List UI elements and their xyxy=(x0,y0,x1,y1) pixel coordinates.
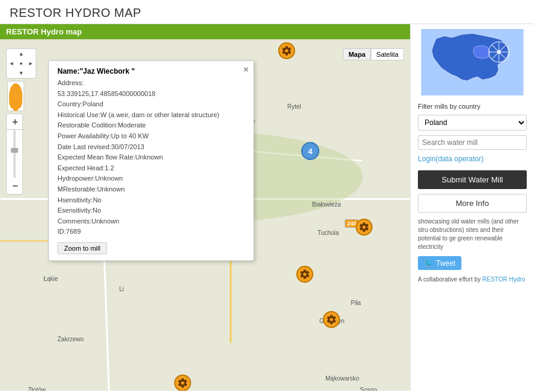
zoom-in-btn[interactable]: + xyxy=(7,114,24,130)
map-type-satellite-btn[interactable]: Satelita xyxy=(371,48,404,60)
popup-comments: Comments:Unknown xyxy=(57,216,245,227)
popup-id: ID:7689 xyxy=(57,227,245,237)
map-label: Złotów xyxy=(28,387,45,391)
map-label: Li xyxy=(119,286,124,292)
popup-power: Power Availability:Up to 40 KW xyxy=(57,131,245,142)
pan-empty2 xyxy=(26,49,36,59)
popup-country: Country:Poland xyxy=(57,99,245,110)
popup-title: Name:"Jaz Wiecbork " xyxy=(57,67,245,76)
pan-down-btn[interactable]: ▼ xyxy=(16,68,26,78)
restor-hydro-link[interactable]: RESTOR Hydro xyxy=(483,276,526,283)
pan-empty xyxy=(7,49,16,59)
map-label: Tuchola xyxy=(317,230,339,236)
popup-coordinates: 53.339125,17.485854000000018 xyxy=(57,89,245,100)
pan-empty4 xyxy=(26,68,36,78)
zoom-controls: + − xyxy=(6,114,23,194)
street-view-btn[interactable] xyxy=(7,81,24,111)
close-icon[interactable]: × xyxy=(244,65,249,74)
pan-right-btn[interactable]: ► xyxy=(26,59,36,68)
pan-up-btn[interactable]: ▲ xyxy=(16,49,26,59)
submit-water-mill-btn[interactable]: Submit Water Mill xyxy=(418,170,527,189)
map-pin[interactable] xyxy=(278,42,295,59)
zoom-slider-thumb xyxy=(11,148,18,153)
popup-date: Date Last revised:30/07/2013 xyxy=(57,142,245,153)
map-type-controls: Mapa Satelita xyxy=(343,48,404,60)
pan-center: ● xyxy=(16,59,26,68)
tweet-label: Tweet xyxy=(436,259,455,268)
zoom-slider[interactable] xyxy=(13,130,16,178)
popup-flow-rate: Expected Mean flow Rate:Unknown xyxy=(57,152,245,163)
map-label: Piła xyxy=(351,300,361,306)
map-header: RESTOR Hydro map xyxy=(0,24,410,39)
map-label: Sosno xyxy=(360,387,377,391)
page-title: RESTOR HYDRO MAP xyxy=(0,0,534,24)
cluster-pin-icon: 4 xyxy=(301,142,319,160)
pan-control[interactable]: ▲ ◄ ● ► ▼ xyxy=(6,48,36,79)
pan-buttons[interactable]: ▲ ◄ ● ► ▼ xyxy=(7,49,36,78)
cluster-pin[interactable]: 4 xyxy=(301,142,319,160)
filter-label: Filter mills by country xyxy=(418,103,527,110)
gear-pin-icon xyxy=(278,42,295,59)
map-controls: ▲ ◄ ● ► ▼ + xyxy=(6,48,36,194)
zoom-out-btn[interactable]: − xyxy=(7,178,24,194)
gear-pin-icon-3 xyxy=(296,266,313,283)
more-info-btn[interactable]: More Info xyxy=(418,194,527,213)
map-label: Zakrzewo xyxy=(57,336,83,342)
country-filter-select[interactable]: Poland xyxy=(418,115,527,130)
pan-empty3 xyxy=(7,68,16,78)
gear-pin-icon-2 xyxy=(356,219,373,236)
popup-restorable: Restorable Codition:Moderate xyxy=(57,120,245,131)
map-label: Łąkie xyxy=(44,275,58,282)
collab-section: A collaborative effort by RESTOR Hydro xyxy=(418,275,527,283)
popup-esensitivity: Esensitivity:No xyxy=(57,205,245,216)
map-pin-5[interactable] xyxy=(174,374,191,391)
gear-pin-icon-5 xyxy=(174,374,191,391)
map-type-mapa-btn[interactable]: Mapa xyxy=(343,48,371,60)
popup-historical-use: Historical Use:W (a weir, dam or other l… xyxy=(57,110,245,121)
map-container: RESTOR Hydro map 22 22 240 Przechlewo Ch… xyxy=(0,24,410,391)
popup-mrestorable: MRestorable:Unknown xyxy=(57,184,245,195)
popup-hsensitivity: Hsensitivity:No xyxy=(57,195,245,206)
europe-minimap xyxy=(418,29,527,95)
map-label: Mąkowarsko xyxy=(325,375,359,382)
tweet-btn[interactable]: 🐦 Tweet xyxy=(418,256,461,270)
street-view-icon xyxy=(9,83,22,109)
search-water-mill-input[interactable] xyxy=(418,135,527,150)
collab-text: A collaborative effort by xyxy=(418,276,483,283)
map-pin-2[interactable] xyxy=(356,219,373,236)
map-pin-4[interactable] xyxy=(323,311,340,328)
login-link[interactable]: Login(data operator) xyxy=(418,155,527,163)
popup-address-label: Address: xyxy=(57,78,245,89)
sidebar: Filter mills by country Poland Login(dat… xyxy=(410,24,534,391)
gear-pin-icon-4 xyxy=(323,311,340,328)
popup-head: Expected Head:1.2 xyxy=(57,163,245,174)
info-popup: × Name:"Jaz Wiecbork " Address: 53.33912… xyxy=(48,60,254,261)
pan-left-btn[interactable]: ◄ xyxy=(7,59,16,68)
popup-hydropower: Hydropower:Unknown xyxy=(57,173,245,184)
zoom-to-mill-btn[interactable]: Zoom to mill xyxy=(57,242,107,254)
sidebar-description: showcasing old water mills (and other st… xyxy=(418,217,527,251)
twitter-icon: 🐦 xyxy=(424,259,434,268)
map-label: Rytel xyxy=(287,103,301,110)
map-pin-3[interactable] xyxy=(296,266,313,283)
